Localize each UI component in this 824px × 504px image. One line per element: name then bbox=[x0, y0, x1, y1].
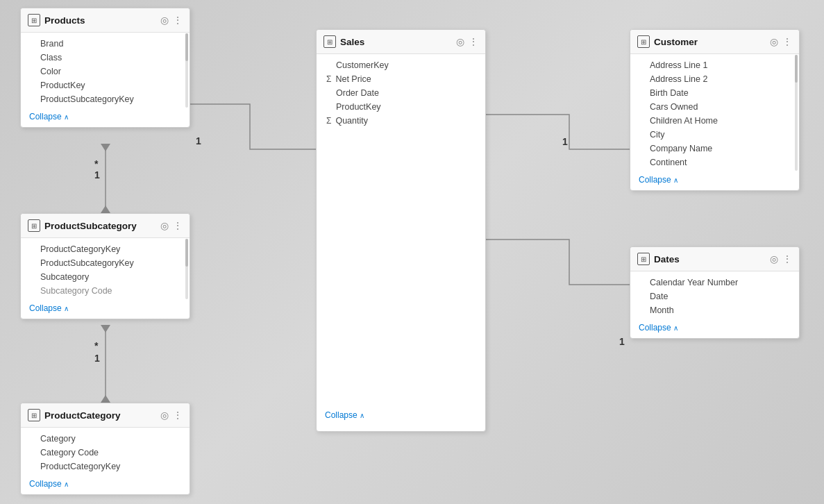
sales-fields: CustomerKey ΣNet Price Order Date Produc… bbox=[317, 54, 485, 131]
field-address2: Address Line 2 bbox=[630, 72, 799, 86]
rel-subcategory-category-star: * bbox=[94, 340, 98, 351]
product-category-icon: ⊞ bbox=[28, 409, 40, 421]
products-collapse-label: Collapse bbox=[29, 112, 62, 121]
product-category-more-icon[interactable]: ⋮ bbox=[173, 410, 183, 420]
dates-fields: Calendar Year Number Date Month bbox=[630, 271, 799, 320]
sales-collapse[interactable]: Collapse ∧ bbox=[317, 408, 373, 426]
products-scrollbar[interactable] bbox=[185, 33, 188, 108]
field-brand: Brand bbox=[21, 37, 190, 51]
field-productcategorykey: ProductCategoryKey bbox=[21, 242, 190, 256]
products-header: ⊞ Products ◎ ⋮ bbox=[21, 8, 190, 33]
field-productcategorykey2: ProductCategoryKey bbox=[21, 460, 190, 473]
field-productsubcategorykey: ProductSubcategoryKey bbox=[21, 92, 190, 106]
field-color: Color bbox=[21, 65, 190, 78]
customer-icon: ⊞ bbox=[637, 35, 650, 48]
product-category-collapse[interactable]: Collapse ∧ bbox=[21, 476, 190, 494]
field-childrenathome: Children At Home bbox=[630, 114, 799, 128]
product-subcategory-title: ProductSubcategory bbox=[44, 221, 156, 231]
field-subcategorycode: Subcategory Code bbox=[21, 284, 190, 298]
product-subcategory-icon: ⊞ bbox=[28, 219, 40, 232]
product-subcategory-more-icon[interactable]: ⋮ bbox=[173, 221, 183, 230]
svg-marker-0 bbox=[101, 144, 110, 151]
field-subcategory: Subcategory bbox=[21, 270, 190, 284]
rel-subcategory-category-1: 1 bbox=[94, 353, 100, 364]
product-category-eye-icon[interactable]: ◎ bbox=[160, 410, 169, 420]
field-birthdate: Birth Date bbox=[630, 86, 799, 100]
customer-collapse-caret: ∧ bbox=[673, 176, 678, 184]
products-title: Products bbox=[44, 15, 156, 26]
products-fields: Brand Class Color ProductKey ProductSubc… bbox=[21, 33, 190, 109]
field-address1: Address Line 1 bbox=[630, 58, 799, 72]
dates-icon: ⊞ bbox=[637, 253, 650, 265]
rel-sales-customer-1: 1 bbox=[562, 136, 568, 147]
sales-collapse-caret: ∧ bbox=[360, 412, 364, 419]
field-date: Date bbox=[630, 289, 799, 303]
product-subcategory-scrollbar[interactable] bbox=[185, 239, 188, 299]
customer-more-icon[interactable]: ⋮ bbox=[782, 37, 792, 47]
field-carsowned: Cars Owned bbox=[630, 100, 799, 114]
product-subcategory-collapse-label: Collapse bbox=[29, 303, 62, 313]
customer-title: Customer bbox=[654, 37, 766, 47]
product-subcategory-header: ⊞ ProductSubcategory ◎ ⋮ bbox=[21, 214, 190, 238]
products-collapse-caret: ∧ bbox=[64, 113, 69, 121]
field-calendaryearnumber: Calendar Year Number bbox=[630, 276, 799, 289]
product-category-collapse-label: Collapse bbox=[29, 479, 62, 489]
sales-collapse-label: Collapse bbox=[325, 410, 358, 420]
field-net-price: ΣNet Price bbox=[317, 72, 485, 86]
rel-products-subcategory-star: * bbox=[94, 158, 98, 169]
product-subcategory-fields: ProductCategoryKey ProductSubcategoryKey… bbox=[21, 238, 190, 301]
sales-eye-icon[interactable]: ◎ bbox=[456, 37, 464, 47]
field-categorycode: Category Code bbox=[21, 446, 190, 460]
rel-dates-1: 1 bbox=[619, 336, 625, 347]
rel-products-sales-1: 1 bbox=[196, 135, 201, 146]
field-quantity: ΣQuantity bbox=[317, 114, 485, 128]
product-subcategory-table: ⊞ ProductSubcategory ◎ ⋮ ProductCategory… bbox=[20, 213, 190, 319]
field-city: City bbox=[630, 128, 799, 142]
products-table-icon: ⊞ bbox=[28, 14, 40, 26]
rel-products-subcategory-1: 1 bbox=[94, 169, 100, 180]
dates-more-icon[interactable]: ⋮ bbox=[782, 254, 792, 264]
sales-icon: ⊞ bbox=[323, 35, 336, 48]
svg-marker-3 bbox=[101, 395, 110, 403]
product-category-fields: Category Category Code ProductCategoryKe… bbox=[21, 428, 190, 476]
customer-table: ⊞ Customer ◎ ⋮ Address Line 1 Address Li… bbox=[630, 29, 800, 191]
sales-title: Sales bbox=[340, 37, 452, 47]
customer-collapse-label: Collapse bbox=[639, 175, 671, 185]
dates-table: ⊞ Dates ◎ ⋮ Calendar Year Number Date Mo… bbox=[630, 246, 800, 339]
product-category-header: ⊞ ProductCategory ◎ ⋮ bbox=[21, 403, 190, 428]
field-companyname: Company Name bbox=[630, 142, 799, 156]
sigma-net-price: Σ bbox=[326, 74, 331, 84]
dates-eye-icon[interactable]: ◎ bbox=[770, 254, 778, 264]
svg-marker-1 bbox=[101, 205, 110, 213]
sales-more-icon[interactable]: ⋮ bbox=[469, 37, 478, 47]
dates-collapse-label: Collapse bbox=[639, 323, 671, 333]
product-subcategory-collapse-caret: ∧ bbox=[64, 305, 69, 312]
products-collapse[interactable]: Collapse ∧ bbox=[21, 109, 190, 127]
field-productsubcategorykey2: ProductSubcategoryKey bbox=[21, 256, 190, 270]
dates-collapse-caret: ∧ bbox=[673, 324, 678, 332]
customer-header: ⊞ Customer ◎ ⋮ bbox=[630, 30, 799, 54]
svg-marker-2 bbox=[101, 325, 110, 333]
customer-fields: Address Line 1 Address Line 2 Birth Date… bbox=[630, 54, 799, 172]
product-category-table: ⊞ ProductCategory ◎ ⋮ Category Category … bbox=[20, 403, 190, 495]
customer-collapse[interactable]: Collapse ∧ bbox=[630, 172, 799, 190]
customer-scrollbar[interactable] bbox=[795, 55, 798, 171]
sales-table: ⊞ Sales ◎ ⋮ CustomerKey ΣNet Price Order… bbox=[316, 29, 486, 432]
product-subcategory-eye-icon[interactable]: ◎ bbox=[160, 221, 169, 230]
dates-collapse[interactable]: Collapse ∧ bbox=[630, 320, 799, 338]
field-customerkey: CustomerKey bbox=[317, 58, 485, 72]
field-sales-productkey: ProductKey bbox=[317, 100, 485, 114]
products-eye-icon[interactable]: ◎ bbox=[160, 15, 169, 25]
product-category-title: ProductCategory bbox=[44, 410, 156, 421]
field-month: Month bbox=[630, 303, 799, 317]
dates-title: Dates bbox=[654, 254, 766, 264]
sales-header: ⊞ Sales ◎ ⋮ bbox=[317, 30, 485, 54]
field-continent: Continent bbox=[630, 156, 799, 169]
product-subcategory-collapse[interactable]: Collapse ∧ bbox=[21, 301, 190, 319]
customer-eye-icon[interactable]: ◎ bbox=[770, 37, 778, 47]
dates-header: ⊞ Dates ◎ ⋮ bbox=[630, 247, 799, 271]
sigma-quantity: Σ bbox=[326, 116, 331, 126]
field-order-date: Order Date bbox=[317, 86, 485, 100]
products-more-icon[interactable]: ⋮ bbox=[173, 15, 183, 25]
field-class: Class bbox=[21, 51, 190, 65]
